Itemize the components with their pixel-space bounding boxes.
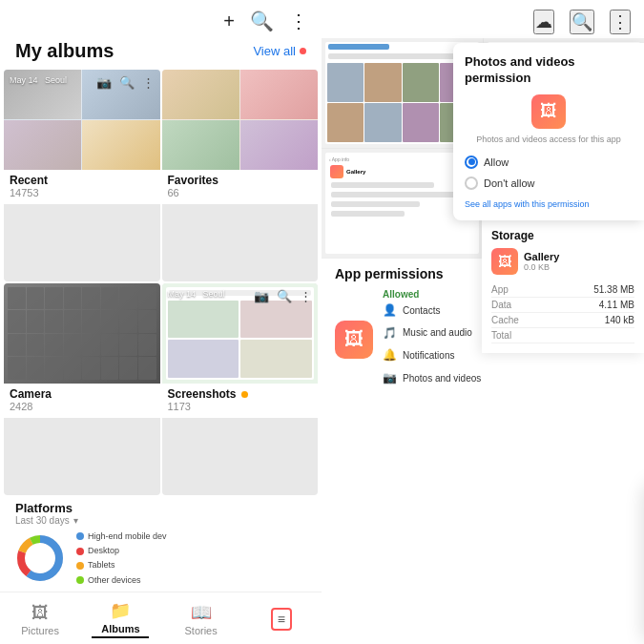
album-name: Camera: [10, 387, 155, 401]
album-info-screenshots: Screenshots 1173: [162, 384, 319, 418]
hamburger-icon: ≡: [271, 608, 292, 631]
storage-gallery-icon: 🖼: [491, 248, 518, 275]
left-panel: + 🔍 ⋮ My albums View all May 14 Seoul: [0, 0, 322, 644]
album-info-camera: Camera 2428: [4, 384, 160, 418]
search-right-button[interactable]: 🔍: [570, 10, 594, 34]
radio-dont-allow[interactable]: Don't allow: [465, 173, 633, 194]
album-info-favorites: Favorites 66: [162, 170, 319, 204]
storage-gallery-name: Gallery: [524, 251, 559, 262]
gallery-icon: 🖼: [335, 321, 373, 359]
album-thumb-recent: May 14 Seoul 📷 🔍 ⋮: [4, 70, 160, 170]
allowed-label: Allowed: [383, 289, 481, 300]
nav-menu[interactable]: ≡: [253, 608, 310, 631]
see-all-link[interactable]: See all apps with this permission: [465, 199, 633, 209]
album-card-screenshots[interactable]: May 14 Seoul 📷 🔍 ⋮ Screenshots 1173: [162, 283, 319, 495]
platforms-content: High-end mobile dev Desktop Tablets Othe…: [15, 530, 306, 588]
platforms-subtitle: Last 30 days ▾: [15, 515, 306, 526]
radio-circle-allow: [465, 156, 478, 169]
storage-row-data: Data 4.11 MB: [491, 298, 634, 313]
view-all-link[interactable]: View all: [253, 44, 306, 58]
more-menu-button[interactable]: ⋮: [289, 10, 308, 32]
photos-perm-gallery-icon: 🖼: [531, 94, 566, 129]
storage-panel: Storage 🖼 Gallery 0.0 KB App 51.38 MB Da…: [482, 219, 644, 353]
storage-title: Storage: [491, 229, 634, 242]
left-header: + 🔍 ⋮: [0, 0, 322, 36]
add-button[interactable]: +: [223, 10, 235, 32]
new-dot: [241, 391, 248, 398]
stories-icon: 📖: [191, 602, 212, 623]
storage-row-total: Total: [491, 328, 634, 343]
pictures-icon: 🖼: [31, 603, 49, 623]
right-header: ☁ 🔍 ⋮: [322, 0, 644, 38]
album-name: Recent: [10, 174, 155, 187]
perms-list: 👤Contacts 🎵Music and audio 🔔Notification…: [383, 300, 481, 389]
photos-perm-caption: Photos and videos access for this app: [465, 135, 633, 144]
album-action-icons-ss: 📷 🔍 ⋮: [254, 289, 312, 303]
photos-perm-title: Photos and videos permission: [465, 54, 633, 87]
radio-allow[interactable]: Allow: [465, 152, 633, 173]
album-count: 2428: [10, 401, 155, 412]
photos-perm-icon-row: 🖼: [465, 94, 633, 129]
my-albums-row: My albums View all: [0, 36, 322, 70]
album-thumb-screenshots: May 14 Seoul 📷 🔍 ⋮: [162, 283, 319, 384]
album-name: Screenshots: [168, 387, 313, 401]
right-panel: ☁ 🔍 ⋮: [322, 0, 644, 644]
my-albums-title: My albums: [15, 40, 114, 62]
donut-chart: [15, 533, 65, 583]
more-right-button[interactable]: ⋮: [610, 10, 631, 34]
radio-inner-allow: [468, 158, 475, 165]
platforms-title: Platforms: [15, 501, 306, 515]
album-date: May 14 Seoul: [10, 75, 67, 85]
storage-row-app: App 51.38 MB: [491, 282, 634, 298]
radio-circle-dont-allow: [465, 177, 478, 190]
nav-albums[interactable]: 📁 Albums: [92, 600, 149, 638]
search-button[interactable]: 🔍: [250, 10, 274, 32]
storage-icon-row: 🖼 Gallery 0.0 KB: [491, 248, 634, 275]
album-count: 66: [168, 187, 313, 198]
storage-gallery-size: 0.0 KB: [524, 262, 559, 272]
cloud-button[interactable]: ☁: [533, 10, 554, 34]
albums-grid: May 14 Seoul 📷 🔍 ⋮ Recent 14753: [0, 70, 322, 495]
album-name: Favorites: [168, 174, 313, 187]
album-count: 1173: [168, 401, 313, 412]
album-count: 14753: [10, 187, 155, 198]
album-card-camera[interactable]: Camera 2428: [4, 283, 160, 495]
platforms-section: Platforms Last 30 days ▾ High-end mobile…: [0, 495, 322, 592]
album-card-favorites[interactable]: Favorites 66: [162, 70, 319, 281]
album-card-recent[interactable]: May 14 Seoul 📷 🔍 ⋮ Recent 14753: [4, 70, 160, 281]
album-thumb-favorites: [162, 70, 319, 170]
album-info-recent: Recent 14753: [4, 170, 160, 204]
album-date-ss: May 14 Seoul: [168, 289, 225, 299]
view-all-dot: [300, 48, 306, 54]
album-action-icons: 📷 🔍 ⋮: [96, 75, 155, 90]
album-thumb-camera: [4, 283, 160, 384]
albums-icon: 📁: [110, 600, 131, 621]
nav-stories[interactable]: 📖 Stories: [173, 602, 230, 636]
photos-permission-panel: Photos and videos permission 🖼 Photos an…: [453, 43, 644, 220]
storage-row-cache: Cache 140 kB: [491, 313, 634, 328]
platform-legend: High-end mobile dev Desktop Tablets Othe…: [76, 530, 167, 588]
nav-pictures[interactable]: 🖼 Pictures: [11, 603, 69, 636]
bottom-nav: 🖼 Pictures 📁 Albums 📖 Stories ≡: [0, 592, 322, 644]
